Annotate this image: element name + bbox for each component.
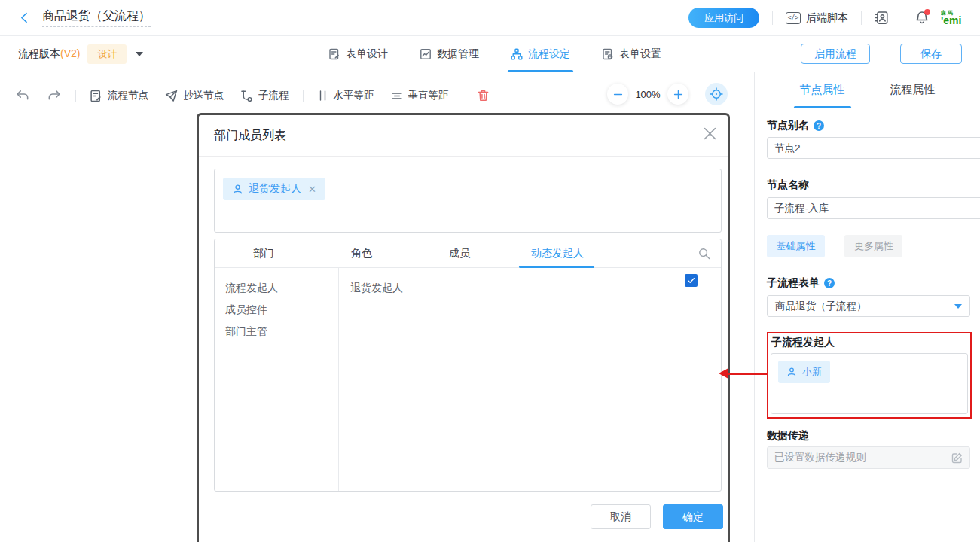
horizontal-spacing-button[interactable]: 水平等距	[317, 89, 374, 102]
tab-department[interactable]: 部门	[215, 247, 313, 260]
app-access-button[interactable]: 应用访问	[688, 8, 759, 28]
subflow-form-field: 子流程表单 ?	[767, 276, 970, 290]
version-number: (V2)	[60, 47, 80, 59]
notification-bell-icon[interactable]	[915, 11, 929, 25]
backend-script-button[interactable]: </> 后端脚本	[786, 11, 848, 25]
tab-form-setting[interactable]: 表单设置	[602, 36, 661, 72]
node-alias-input[interactable]	[767, 137, 980, 159]
tab-node-properties[interactable]: 节点属性	[777, 72, 868, 108]
subflow-icon	[240, 90, 253, 102]
subflow-form-select[interactable]: 商品退货（子流程）	[767, 295, 970, 317]
option-item[interactable]: 退货发起人	[350, 277, 721, 299]
person-icon	[232, 184, 243, 195]
backend-script-label: 后端脚本	[806, 11, 848, 25]
subflow-form-label: 子流程表单 ?	[767, 276, 970, 290]
vertical-spacing-button[interactable]: 垂直等距	[391, 89, 449, 102]
panel-tabs: 节点属性 流程属性	[755, 72, 980, 108]
divider	[772, 11, 773, 25]
basic-properties-button[interactable]: 基础属性	[767, 235, 825, 257]
list-item[interactable]: 部门主管	[225, 321, 338, 343]
version-dropdown-caret[interactable]	[136, 52, 143, 60]
zoom-controls: 100%	[607, 83, 728, 105]
node-alias-label: 节点别名 ?	[767, 119, 970, 132]
canvas-toolbar: 流程节点 抄送节点 子流程 水平等距	[15, 81, 490, 110]
fit-view-target-icon[interactable]	[705, 83, 728, 105]
tab-form-design[interactable]: 表单设计	[328, 36, 388, 72]
zoom-in-button[interactable]	[667, 84, 688, 105]
selected-member-tag[interactable]: 退货发起人 ✕	[223, 178, 325, 200]
add-subflow-button[interactable]: 子流程	[240, 89, 289, 102]
zoom-level: 100%	[628, 89, 667, 100]
member-picker-table: 部门 角色 成员 动态发起人 流程发起人 成员控件 部门主管 退货发起人	[214, 239, 722, 492]
brand-logo[interactable]: 森馬 'emi	[941, 10, 968, 26]
more-properties-button[interactable]: 更多属性	[844, 235, 902, 257]
data-transfer-label: 数据传递	[767, 429, 970, 443]
data-transfer-status: 已设置数据传递规则	[767, 446, 970, 469]
close-icon[interactable]	[703, 126, 717, 141]
edit-icon[interactable]	[951, 452, 963, 464]
form-setting-icon	[602, 48, 614, 60]
flow-node-icon	[90, 90, 102, 102]
remove-tag-icon[interactable]: ✕	[308, 184, 316, 195]
undo-icon[interactable]	[15, 89, 30, 102]
data-transfer-field: 数据传递	[767, 429, 970, 443]
tab-role[interactable]: 角色	[313, 247, 411, 260]
node-name-input[interactable]	[767, 197, 980, 219]
form-design-icon	[328, 48, 340, 60]
save-button[interactable]: 保存	[900, 44, 962, 64]
add-flow-node-button[interactable]: 流程节点	[90, 89, 148, 102]
tab-member[interactable]: 成员	[411, 247, 508, 260]
divider	[303, 90, 304, 102]
top-header: 商品退货（父流程） 应用访问 </> 后端脚本	[0, 0, 980, 36]
tab-flow-setting[interactable]: 流程设定	[511, 36, 570, 72]
property-mode-switch: 基础属性 更多属性	[767, 235, 970, 257]
design-badge[interactable]: 设计	[87, 44, 127, 64]
redo-icon[interactable]	[47, 89, 62, 102]
category-list: 流程发起人 成员控件 部门主管	[215, 268, 339, 491]
divider	[75, 90, 76, 102]
initiator-tag[interactable]: 小新	[778, 361, 830, 383]
version-bar: 流程版本(V2) 设计 表单设计 数据管理 流程设定	[0, 36, 980, 72]
back-icon[interactable]	[18, 11, 31, 24]
delete-trash-icon[interactable]	[477, 89, 490, 102]
tab-data-manage[interactable]: 数据管理	[420, 36, 479, 72]
vertical-spacing-icon	[391, 90, 403, 102]
annotation-arrow-line	[728, 373, 767, 375]
option-list: 退货发起人	[339, 268, 721, 491]
annotation-arrow-head	[719, 368, 728, 379]
version-label: 流程版本(V2)	[18, 47, 80, 61]
member-list-modal: 部门成员列表 退货发起人 ✕ 部门 角色 成员 动态发起人	[197, 113, 730, 542]
paper-plane-icon	[165, 90, 178, 102]
enable-flow-button[interactable]: 启用流程	[801, 44, 870, 64]
add-cc-node-button[interactable]: 抄送节点	[165, 89, 224, 102]
list-item[interactable]: 流程发起人	[225, 277, 338, 299]
divider	[463, 90, 463, 102]
subflow-initiator-box[interactable]: 小新	[771, 353, 968, 414]
code-icon: </>	[786, 12, 801, 24]
checkbox-checked[interactable]	[685, 274, 698, 287]
search-icon[interactable]	[698, 247, 711, 260]
divider	[199, 156, 728, 157]
contacts-icon[interactable]	[875, 11, 889, 25]
confirm-button[interactable]: 确定	[663, 504, 723, 529]
properties-panel: 节点属性 流程属性 节点别名 ? 节点名称 基础属性 更多属性 子流程表单 ? …	[754, 72, 980, 542]
notification-badge	[924, 9, 930, 15]
page-title: 商品退货（父流程）	[42, 8, 151, 27]
selected-members-box[interactable]: 退货发起人 ✕	[214, 169, 722, 233]
list-item[interactable]: 成员控件	[225, 299, 338, 321]
annotation-red-box: 子流程发起人 小新	[767, 332, 972, 419]
modal-title: 部门成员列表	[214, 128, 286, 144]
node-alias-field: 节点别名 ?	[767, 119, 970, 132]
tab-dynamic-initiator[interactable]: 动态发起人	[508, 247, 606, 260]
help-icon[interactable]: ?	[814, 120, 824, 131]
cancel-button[interactable]: 取消	[591, 504, 651, 529]
horizontal-spacing-icon	[317, 90, 328, 102]
tab-flow-properties[interactable]: 流程属性	[868, 72, 958, 108]
chevron-down-icon	[954, 304, 962, 312]
person-icon	[786, 367, 797, 377]
zoom-out-button[interactable]	[607, 84, 628, 105]
picker-body: 流程发起人 成员控件 部门主管 退货发起人	[215, 268, 721, 491]
flow-setting-icon	[511, 48, 523, 60]
help-icon[interactable]: ?	[824, 278, 835, 288]
divider	[861, 11, 862, 25]
